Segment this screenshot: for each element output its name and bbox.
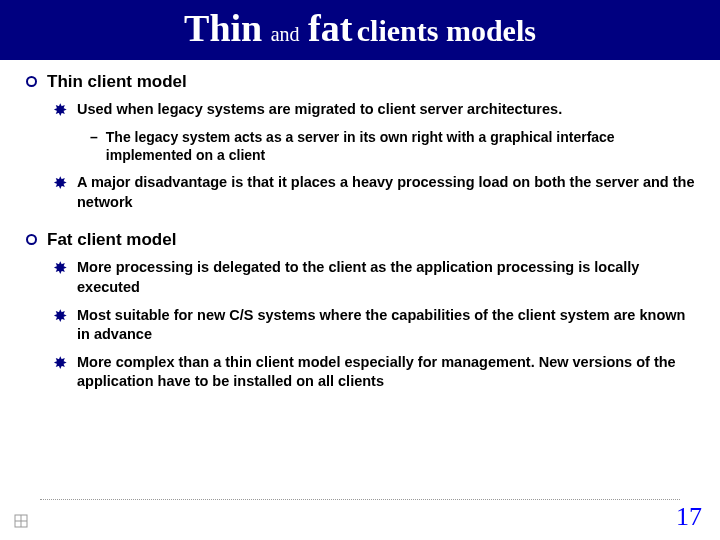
title-word-thin: Thin: [184, 7, 262, 49]
slide-body: Thin client model ✸ Used when legacy sys…: [0, 60, 720, 392]
section-fat-client: Fat client model ✸ More processing is de…: [44, 230, 696, 391]
slide-title-bar: Thin and fat clients models: [0, 0, 720, 60]
footer-divider: [40, 499, 680, 500]
bullet-text: Most suitable for new C/S systems where …: [77, 306, 696, 345]
bullet-text: More processing is delegated to the clie…: [77, 258, 696, 297]
bullet-item: ✸ More complex than a thin client model …: [54, 353, 696, 392]
bullet-item: ✸ A major disadvantage is that it places…: [54, 173, 696, 212]
section-heading-text: Thin client model: [47, 72, 187, 92]
bullet-item: ✸ More processing is delegated to the cl…: [54, 258, 696, 297]
bullet-item: ✸ Used when legacy systems are migrated …: [54, 100, 696, 120]
bullet-item: ✸ Most suitable for new C/S systems wher…: [54, 306, 696, 345]
title-remainder: clients models: [357, 14, 536, 47]
star-bullet-icon: ✸: [54, 100, 67, 120]
bullet-text: Used when legacy systems are migrated to…: [77, 100, 562, 120]
sub-bullet-item: – The legacy system acts as a server in …: [90, 128, 696, 166]
title-word-and: and: [267, 23, 304, 45]
star-bullet-icon: ✸: [54, 306, 67, 326]
circle-bullet-icon: [26, 76, 37, 87]
star-bullet-icon: ✸: [54, 173, 67, 193]
bullet-text: A major disadvantage is that it places a…: [77, 173, 696, 212]
bullet-text: More complex than a thin client model es…: [77, 353, 696, 392]
title-word-fat: fat: [308, 7, 352, 49]
page-number: 17: [676, 502, 702, 532]
placeholder-icon: [14, 514, 28, 528]
section-heading: Fat client model: [26, 230, 696, 250]
sub-bullet-text: The legacy system acts as a server in it…: [106, 128, 696, 166]
circle-bullet-icon: [26, 234, 37, 245]
star-bullet-icon: ✸: [54, 353, 67, 373]
section-thin-client: Thin client model ✸ Used when legacy sys…: [44, 72, 696, 212]
section-heading-text: Fat client model: [47, 230, 176, 250]
section-heading: Thin client model: [26, 72, 696, 92]
dash-bullet-icon: –: [90, 128, 98, 147]
star-bullet-icon: ✸: [54, 258, 67, 278]
